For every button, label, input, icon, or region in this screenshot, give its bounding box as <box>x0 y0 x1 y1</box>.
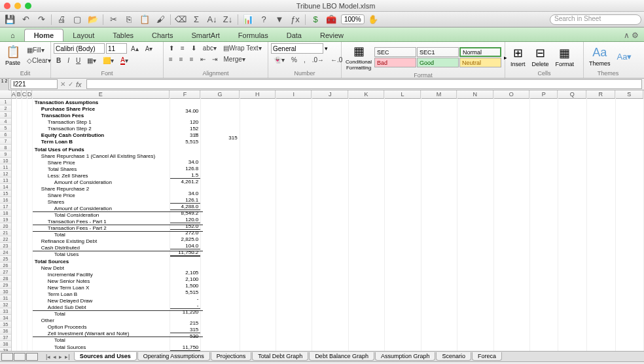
cell[interactable] <box>587 123 615 129</box>
cell[interactable] <box>587 339 615 345</box>
cell[interactable] <box>587 129 615 135</box>
cell[interactable] <box>457 147 493 153</box>
filter-icon[interactable]: ▼ <box>272 14 287 26</box>
cell[interactable] <box>349 183 384 189</box>
cancel-formula-icon[interactable]: ✕ <box>60 81 65 88</box>
cell[interactable] <box>587 141 615 147</box>
cell[interactable] <box>312 207 348 213</box>
cell[interactable] <box>494 339 529 345</box>
style-sec1[interactable]: SEC1 <box>417 47 459 57</box>
cell[interactable] <box>240 243 276 249</box>
close-window-button[interactable] <box>4 3 10 9</box>
cell[interactable]: 152 <box>170 126 200 132</box>
cell[interactable] <box>385 165 420 171</box>
cell[interactable] <box>276 201 312 207</box>
cell[interactable] <box>494 249 529 255</box>
cell[interactable] <box>349 225 384 231</box>
cell[interactable] <box>240 201 276 207</box>
cell[interactable] <box>494 99 529 105</box>
cell[interactable] <box>22 297 27 303</box>
cell[interactable] <box>27 141 32 147</box>
cell[interactable] <box>421 219 457 225</box>
cell[interactable] <box>312 261 348 267</box>
cell[interactable] <box>494 183 529 189</box>
cell[interactable] <box>22 177 27 183</box>
cell[interactable] <box>457 303 493 309</box>
cell[interactable] <box>457 195 493 201</box>
cell[interactable] <box>312 159 348 165</box>
cell[interactable] <box>27 279 32 285</box>
cell[interactable] <box>587 255 615 261</box>
cell[interactable] <box>587 237 615 243</box>
cell[interactable] <box>312 255 348 261</box>
cell[interactable] <box>385 195 420 201</box>
cell[interactable] <box>385 345 420 351</box>
cell[interactable] <box>22 117 27 123</box>
cell[interactable] <box>201 153 239 159</box>
cell[interactable] <box>17 321 22 327</box>
cell[interactable] <box>558 129 586 135</box>
cell[interactable] <box>201 172 239 177</box>
cell[interactable] <box>17 243 22 249</box>
cell[interactable] <box>201 213 239 219</box>
cell[interactable] <box>587 183 615 189</box>
cell[interactable] <box>12 129 16 135</box>
cell[interactable] <box>276 195 312 201</box>
style-good[interactable]: Good <box>417 58 459 67</box>
cell[interactable] <box>349 231 384 237</box>
cell[interactable] <box>457 189 493 195</box>
row-header[interactable]: 38 <box>0 341 11 348</box>
row-header[interactable]: 21 <box>0 230 11 236</box>
row-header[interactable]: 29 <box>0 282 11 289</box>
tab-formulas[interactable]: Formulas <box>229 29 277 41</box>
cell[interactable] <box>587 291 615 297</box>
cell[interactable] <box>494 111 529 117</box>
cell[interactable] <box>530 153 558 159</box>
cell[interactable] <box>421 117 457 123</box>
cell[interactable] <box>385 201 420 207</box>
cell[interactable] <box>616 309 644 315</box>
cell[interactable] <box>22 135 27 141</box>
cell[interactable] <box>17 279 22 285</box>
cell[interactable] <box>616 297 644 303</box>
col-header[interactable]: P <box>530 90 558 99</box>
cell[interactable] <box>276 345 312 351</box>
row-header[interactable]: 2 <box>0 105 11 112</box>
cell[interactable]: 315 <box>170 327 200 333</box>
cell[interactable] <box>17 327 22 333</box>
cell[interactable] <box>22 207 27 213</box>
cell[interactable]: 272.0 <box>170 230 200 236</box>
cell[interactable] <box>349 165 384 171</box>
col-header[interactable]: C <box>22 90 27 99</box>
cell[interactable]: 4,261.2 <box>170 179 200 185</box>
cell[interactable] <box>12 99 16 105</box>
cell[interactable] <box>349 141 384 147</box>
row-header[interactable]: 15 <box>0 191 11 197</box>
cell[interactable] <box>240 315 276 321</box>
cell[interactable] <box>616 159 644 165</box>
cell[interactable] <box>530 129 558 135</box>
cell[interactable] <box>312 303 348 309</box>
cell[interactable] <box>201 291 239 297</box>
cell[interactable] <box>349 219 384 225</box>
cell[interactable] <box>312 279 348 285</box>
cell[interactable] <box>12 303 16 309</box>
inc-decimal-icon[interactable]: .0→ <box>310 55 327 65</box>
copy-icon[interactable]: ⎘ <box>122 14 136 26</box>
row-header[interactable]: 18 <box>0 210 11 217</box>
cell[interactable] <box>240 255 276 261</box>
cell[interactable] <box>616 129 644 135</box>
paste-icon[interactable]: 📋 <box>137 14 152 26</box>
tab-layout[interactable]: Layout <box>63 29 103 41</box>
cell[interactable]: 11,750 <box>170 344 200 351</box>
row-header[interactable]: 17 <box>0 204 11 210</box>
cell[interactable] <box>558 141 586 147</box>
cell[interactable] <box>312 147 348 153</box>
cell[interactable] <box>201 219 239 225</box>
cell[interactable] <box>457 129 493 135</box>
cell[interactable] <box>494 273 529 279</box>
cell[interactable] <box>494 291 529 297</box>
cell[interactable] <box>12 339 16 345</box>
tab-nav-first-icon[interactable]: |◂ <box>46 354 50 360</box>
cell[interactable] <box>385 153 420 159</box>
